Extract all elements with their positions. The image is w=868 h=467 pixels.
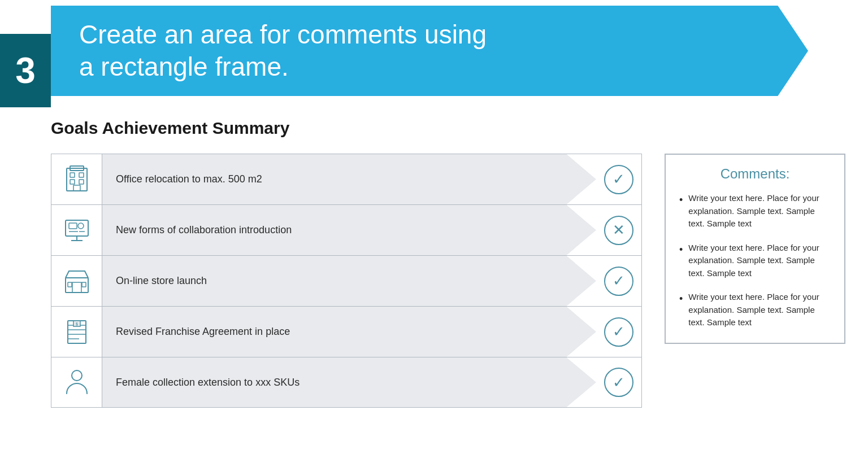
goal-row: Female collection extension to xxx SKUs … — [51, 357, 642, 408]
goal-icon-book: § — [51, 307, 102, 357]
goal-status: ✓ — [596, 357, 641, 407]
goal-row: On-line store launch ✓ — [51, 255, 642, 306]
bullet-icon: • — [679, 193, 683, 230]
content-columns: Office relocation to max. 500 m2 ✓ — [51, 154, 845, 408]
goal-label: Revised Franchise Agreement in place — [102, 307, 596, 357]
svg-rect-5 — [79, 180, 84, 184]
goal-status: ✓ — [596, 256, 641, 306]
goal-label: Female collection extension to xxx SKUs — [102, 357, 596, 407]
svg-rect-6 — [73, 185, 80, 191]
store-icon — [62, 267, 92, 296]
bullet-icon: • — [679, 291, 683, 329]
goal-row: Office relocation to max. 500 m2 ✓ — [51, 154, 642, 204]
person-icon — [62, 368, 92, 397]
header-banner: Create an area for comments using a rect… — [51, 6, 808, 96]
goal-icon-building — [51, 154, 102, 204]
bullet-icon: • — [679, 242, 683, 280]
svg-rect-3 — [79, 173, 84, 177]
goal-icon-store — [51, 256, 102, 306]
main-content: Goals Achievement Summary — [51, 119, 845, 408]
goal-status: ✓ — [596, 307, 641, 357]
section-title: Goals Achievement Summary — [51, 119, 845, 138]
comments-box: Comments: • Write your text here. Place … — [665, 154, 845, 344]
goal-label: New forms of collaboration introduction — [102, 205, 596, 255]
cross-icon: ✕ — [613, 221, 625, 239]
monitor-icon — [62, 216, 92, 245]
status-check-circle: ✓ — [604, 317, 633, 347]
goal-status: ✓ — [596, 154, 641, 204]
svg-rect-17 — [82, 282, 86, 287]
comment-text: Write your text here. Place for your exp… — [688, 192, 831, 230]
svg-text:§: § — [76, 322, 78, 326]
goals-list: Office relocation to max. 500 m2 ✓ — [51, 154, 642, 408]
svg-point-11 — [78, 223, 84, 229]
status-check-circle: ✓ — [604, 165, 633, 194]
goal-status: ✕ — [596, 205, 641, 255]
svg-rect-4 — [70, 180, 75, 184]
comment-item: • Write your text here. Place for your e… — [679, 242, 831, 280]
comment-item: • Write your text here. Place for your e… — [679, 192, 831, 230]
check-icon: ✓ — [613, 323, 625, 341]
goal-row: New forms of collaboration introduction … — [51, 204, 642, 255]
goal-label: On-line store launch — [102, 256, 596, 306]
building-icon — [62, 165, 92, 194]
comment-text: Write your text here. Place for your exp… — [688, 291, 831, 329]
banner-title: Create an area for comments using a rect… — [79, 19, 487, 84]
comment-text: Write your text here. Place for your exp… — [688, 242, 831, 280]
goal-row: § Revised Franchise Agreement in place ✓ — [51, 306, 642, 357]
svg-rect-10 — [69, 223, 77, 229]
comments-title: Comments: — [679, 166, 831, 182]
status-check-circle: ✓ — [604, 368, 633, 397]
check-icon: ✓ — [613, 272, 625, 290]
step-number-badge: 3 — [0, 34, 51, 107]
goal-label: Office relocation to max. 500 m2 — [102, 154, 596, 204]
comment-item: • Write your text here. Place for your e… — [679, 291, 831, 329]
svg-rect-16 — [68, 282, 72, 287]
status-cross-circle: ✕ — [604, 216, 633, 245]
header-area: 3 Create an area for comments using a re… — [0, 0, 868, 113]
goal-icon-monitor — [51, 205, 102, 255]
goal-icon-person — [51, 357, 102, 407]
book-icon: § — [62, 317, 92, 347]
svg-rect-15 — [72, 282, 81, 293]
check-icon: ✓ — [613, 171, 625, 188]
check-icon: ✓ — [613, 374, 625, 391]
status-check-circle: ✓ — [604, 267, 633, 296]
step-number: 3 — [15, 53, 36, 89]
svg-point-26 — [72, 370, 82, 381]
svg-rect-2 — [70, 173, 75, 177]
svg-rect-14 — [66, 278, 88, 293]
